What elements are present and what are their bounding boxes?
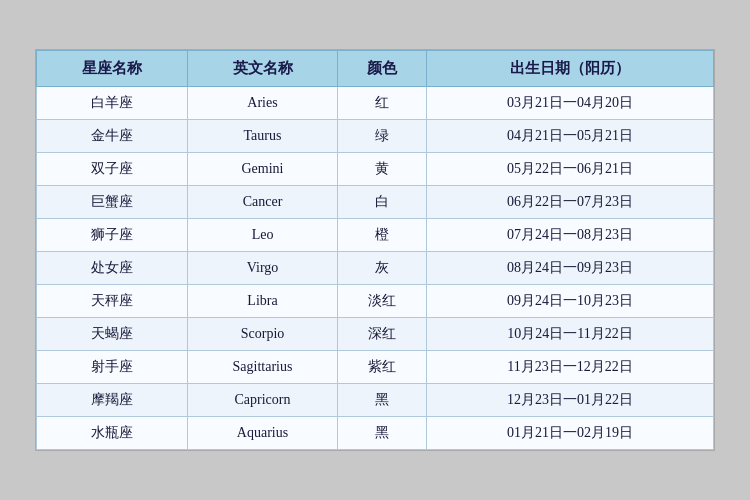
cell-r7-c1: Scorpio <box>187 318 338 351</box>
table-row: 射手座Sagittarius紫红11月23日一12月22日 <box>37 351 714 384</box>
table-row: 天秤座Libra淡红09月24日一10月23日 <box>37 285 714 318</box>
cell-r2-c0: 双子座 <box>37 153 188 186</box>
cell-r5-c2: 灰 <box>338 252 427 285</box>
cell-r8-c2: 紫红 <box>338 351 427 384</box>
cell-r9-c2: 黑 <box>338 384 427 417</box>
cell-r5-c1: Virgo <box>187 252 338 285</box>
cell-r0-c3: 03月21日一04月20日 <box>427 87 714 120</box>
cell-r2-c2: 黄 <box>338 153 427 186</box>
cell-r3-c2: 白 <box>338 186 427 219</box>
col-header-english-name: 英文名称 <box>187 51 338 87</box>
cell-r10-c0: 水瓶座 <box>37 417 188 450</box>
table-body: 白羊座Aries红03月21日一04月20日金牛座Taurus绿04月21日一0… <box>37 87 714 450</box>
cell-r9-c1: Capricorn <box>187 384 338 417</box>
col-header-birthdate: 出生日期（阳历） <box>427 51 714 87</box>
cell-r0-c0: 白羊座 <box>37 87 188 120</box>
cell-r1-c2: 绿 <box>338 120 427 153</box>
table-row: 金牛座Taurus绿04月21日一05月21日 <box>37 120 714 153</box>
cell-r6-c2: 淡红 <box>338 285 427 318</box>
cell-r1-c0: 金牛座 <box>37 120 188 153</box>
cell-r8-c0: 射手座 <box>37 351 188 384</box>
cell-r4-c3: 07月24日一08月23日 <box>427 219 714 252</box>
cell-r1-c3: 04月21日一05月21日 <box>427 120 714 153</box>
cell-r6-c0: 天秤座 <box>37 285 188 318</box>
cell-r0-c2: 红 <box>338 87 427 120</box>
cell-r9-c3: 12月23日一01月22日 <box>427 384 714 417</box>
cell-r4-c1: Leo <box>187 219 338 252</box>
table-row: 巨蟹座Cancer白06月22日一07月23日 <box>37 186 714 219</box>
cell-r5-c0: 处女座 <box>37 252 188 285</box>
cell-r7-c2: 深红 <box>338 318 427 351</box>
cell-r5-c3: 08月24日一09月23日 <box>427 252 714 285</box>
cell-r6-c1: Libra <box>187 285 338 318</box>
table-row: 白羊座Aries红03月21日一04月20日 <box>37 87 714 120</box>
cell-r10-c3: 01月21日一02月19日 <box>427 417 714 450</box>
cell-r2-c1: Gemini <box>187 153 338 186</box>
cell-r7-c3: 10月24日一11月22日 <box>427 318 714 351</box>
table-row: 狮子座Leo橙07月24日一08月23日 <box>37 219 714 252</box>
table-row: 处女座Virgo灰08月24日一09月23日 <box>37 252 714 285</box>
cell-r2-c3: 05月22日一06月21日 <box>427 153 714 186</box>
zodiac-table: 星座名称 英文名称 颜色 出生日期（阳历） 白羊座Aries红03月21日一04… <box>36 50 714 450</box>
cell-r4-c2: 橙 <box>338 219 427 252</box>
cell-r8-c1: Sagittarius <box>187 351 338 384</box>
table-row: 水瓶座Aquarius黑01月21日一02月19日 <box>37 417 714 450</box>
zodiac-table-wrapper: 星座名称 英文名称 颜色 出生日期（阳历） 白羊座Aries红03月21日一04… <box>35 49 715 451</box>
cell-r7-c0: 天蝎座 <box>37 318 188 351</box>
cell-r1-c1: Taurus <box>187 120 338 153</box>
cell-r0-c1: Aries <box>187 87 338 120</box>
cell-r10-c1: Aquarius <box>187 417 338 450</box>
cell-r4-c0: 狮子座 <box>37 219 188 252</box>
cell-r9-c0: 摩羯座 <box>37 384 188 417</box>
table-header-row: 星座名称 英文名称 颜色 出生日期（阳历） <box>37 51 714 87</box>
cell-r8-c3: 11月23日一12月22日 <box>427 351 714 384</box>
cell-r10-c2: 黑 <box>338 417 427 450</box>
cell-r3-c0: 巨蟹座 <box>37 186 188 219</box>
col-header-color: 颜色 <box>338 51 427 87</box>
table-row: 摩羯座Capricorn黑12月23日一01月22日 <box>37 384 714 417</box>
cell-r6-c3: 09月24日一10月23日 <box>427 285 714 318</box>
table-row: 双子座Gemini黄05月22日一06月21日 <box>37 153 714 186</box>
cell-r3-c1: Cancer <box>187 186 338 219</box>
cell-r3-c3: 06月22日一07月23日 <box>427 186 714 219</box>
table-row: 天蝎座Scorpio深红10月24日一11月22日 <box>37 318 714 351</box>
col-header-chinese-name: 星座名称 <box>37 51 188 87</box>
